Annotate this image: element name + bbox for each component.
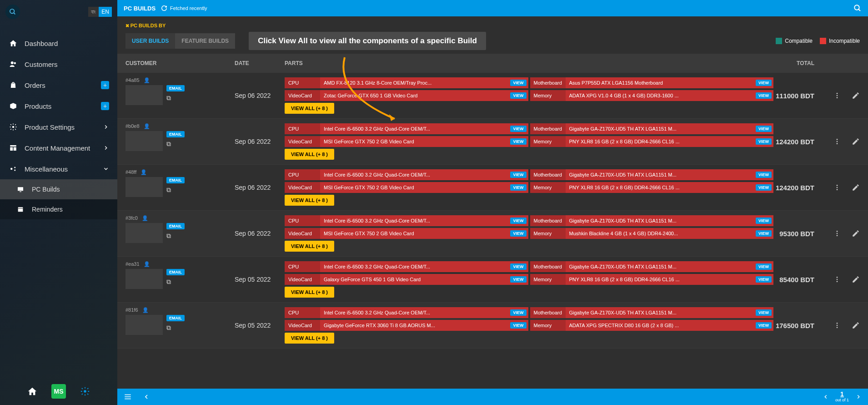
- add-product-button[interactable]: +: [101, 102, 109, 110]
- part-view-button[interactable]: VIEW: [510, 230, 526, 237]
- part-view-button[interactable]: VIEW: [510, 218, 526, 224]
- lang-bn-button[interactable]: বাং: [88, 7, 99, 17]
- part-view-button[interactable]: VIEW: [510, 309, 526, 316]
- home-button[interactable]: [26, 385, 39, 398]
- view-all-button[interactable]: VIEW ALL (+ 8 ): [285, 103, 334, 114]
- part-view-button[interactable]: VIEW: [510, 276, 526, 283]
- part-type-label: Motherboard: [530, 215, 566, 226]
- part-view-button[interactable]: VIEW: [756, 80, 772, 86]
- lang-en-button[interactable]: EN: [99, 7, 112, 17]
- part-chip: Motherboard Gigabyte GA-Z170X-UD5 TH ATX…: [530, 123, 774, 134]
- nav-customers[interactable]: Customers: [0, 54, 117, 75]
- more-button[interactable]: [833, 138, 841, 145]
- part-view-button[interactable]: VIEW: [510, 92, 526, 99]
- part-view-button[interactable]: VIEW: [510, 263, 526, 270]
- add-order-button[interactable]: +: [101, 81, 109, 89]
- brand-logo[interactable]: MS: [51, 384, 66, 399]
- part-type-label: CPU: [285, 169, 320, 180]
- part-view-button[interactable]: VIEW: [756, 172, 772, 178]
- part-view-button[interactable]: VIEW: [756, 218, 772, 224]
- edit-button[interactable]: [852, 137, 860, 146]
- view-all-button[interactable]: VIEW ALL (+ 8 ): [285, 195, 334, 206]
- copy-icon[interactable]: ⧉: [166, 232, 171, 240]
- more-button[interactable]: [833, 322, 841, 329]
- nav-product-settings[interactable]: Product Settings: [0, 116, 117, 137]
- more-button[interactable]: [833, 276, 841, 283]
- part-view-button[interactable]: VIEW: [510, 126, 526, 132]
- part-type-label: Motherboard: [530, 261, 566, 272]
- menu-button[interactable]: [124, 393, 132, 401]
- tab-user-builds[interactable]: USER BUILDS: [125, 33, 175, 49]
- nav-content-management[interactable]: Content Management: [0, 137, 117, 158]
- more-button[interactable]: [833, 230, 841, 237]
- nav-orders[interactable]: Orders +: [0, 75, 117, 96]
- email-badge[interactable]: EMAIL: [166, 269, 185, 275]
- date-cell: Sep 06 2022: [235, 169, 285, 206]
- part-view-button[interactable]: VIEW: [510, 322, 526, 329]
- page-prev-button[interactable]: [823, 394, 829, 400]
- part-view-button[interactable]: VIEW: [510, 80, 526, 86]
- email-badge[interactable]: EMAIL: [166, 131, 185, 137]
- nav-reminders[interactable]: Reminders: [0, 199, 117, 219]
- part-view-button[interactable]: VIEW: [756, 138, 772, 145]
- nav-products[interactable]: Products +: [0, 96, 117, 116]
- part-view-button[interactable]: VIEW: [756, 126, 772, 132]
- part-name-label: Gigabyte GA-Z170X-UD5 TH ATX LGA1151 M..…: [566, 264, 756, 269]
- part-view-button[interactable]: VIEW: [756, 309, 772, 316]
- part-view-button[interactable]: VIEW: [756, 263, 772, 270]
- part-type-label: VideoCard: [285, 320, 320, 331]
- part-view-button[interactable]: VIEW: [756, 184, 772, 191]
- sidebar: বাং EN Dashboard Customers Orders + Prod…: [0, 0, 117, 405]
- svg-point-36: [837, 327, 838, 328]
- part-view-button[interactable]: VIEW: [756, 322, 772, 329]
- parts-cell: CPU Intel Core i5-6500 3.2 GHz Quad-Core…: [285, 169, 773, 206]
- email-badge[interactable]: EMAIL: [166, 177, 185, 183]
- more-button[interactable]: [833, 92, 841, 99]
- edit-button[interactable]: [852, 321, 860, 329]
- part-view-button[interactable]: VIEW: [510, 172, 526, 178]
- top-search-button[interactable]: [853, 4, 862, 12]
- sidebar-search-button[interactable]: [5, 5, 20, 19]
- copy-icon[interactable]: ⧉: [166, 186, 171, 194]
- part-view-button[interactable]: VIEW: [756, 276, 772, 283]
- email-badge[interactable]: EMAIL: [166, 85, 185, 91]
- part-type-label: CPU: [285, 215, 320, 226]
- date-cell: Sep 05 2022: [235, 261, 285, 298]
- reminder-icon: [15, 206, 25, 213]
- nav-pc-builds[interactable]: PC Builds: [0, 179, 117, 199]
- edit-button[interactable]: [852, 183, 860, 192]
- part-view-button[interactable]: VIEW: [756, 230, 772, 237]
- view-all-button[interactable]: VIEW ALL (+ 8 ): [285, 241, 334, 252]
- home-icon: [8, 39, 18, 47]
- nav-label: Miscellaneous: [25, 165, 68, 173]
- part-view-button[interactable]: VIEW: [510, 184, 526, 191]
- nav-miscellaneous[interactable]: Miscellaneous: [0, 158, 117, 179]
- copy-icon[interactable]: ⧉: [166, 94, 171, 102]
- part-view-button[interactable]: VIEW: [756, 92, 772, 99]
- copy-icon[interactable]: ⧉: [166, 324, 171, 332]
- nav-label: Reminders: [32, 206, 63, 213]
- part-chip: Motherboard Gigabyte GA-Z170X-UD5 TH ATX…: [530, 261, 774, 272]
- settings-button[interactable]: [79, 385, 91, 398]
- breadcrumb[interactable]: PC BUILDS BY: [125, 23, 860, 28]
- view-all-button[interactable]: VIEW ALL (+ 8 ): [285, 287, 334, 298]
- email-badge[interactable]: EMAIL: [166, 315, 185, 321]
- back-button[interactable]: [143, 393, 150, 400]
- page-next-button[interactable]: [855, 394, 862, 400]
- refresh-button[interactable]: Fetched recently: [161, 5, 207, 11]
- part-view-button[interactable]: VIEW: [510, 138, 526, 145]
- edit-button[interactable]: [852, 275, 860, 284]
- view-all-button[interactable]: VIEW ALL (+ 8 ): [285, 333, 334, 344]
- view-all-button[interactable]: VIEW ALL (+ 8 ): [285, 149, 334, 160]
- more-button[interactable]: [833, 184, 841, 191]
- pc-icon: [15, 186, 25, 193]
- tab-feature-builds[interactable]: FEATURE BUILDS: [175, 33, 235, 49]
- pagination-indicator: 1 out of 1: [835, 391, 849, 402]
- chevron-right-icon: [103, 145, 109, 151]
- edit-button[interactable]: [852, 91, 860, 100]
- copy-icon[interactable]: ⧉: [166, 140, 171, 148]
- nav-dashboard[interactable]: Dashboard: [0, 33, 117, 54]
- copy-icon[interactable]: ⧉: [166, 278, 171, 286]
- email-badge[interactable]: EMAIL: [166, 223, 185, 229]
- edit-button[interactable]: [852, 229, 860, 238]
